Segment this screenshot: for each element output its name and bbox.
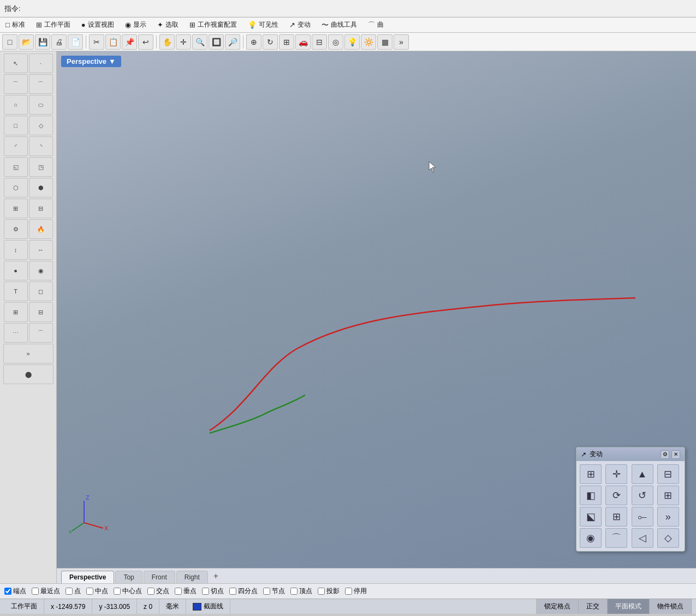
viewport-tab-right[interactable]: Right [176, 571, 208, 583]
left-toolbar-btn-surface1[interactable]: ◱ [4, 157, 28, 177]
viewport[interactable]: Perspective ▼ Z [57, 51, 696, 568]
left-toolbar-btn-dot-curve[interactable]: ⋯ [4, 323, 28, 343]
transform-close-btn[interactable]: ✕ [671, 450, 680, 459]
left-toolbar-btn-curve1[interactable]: ⌒ [4, 74, 28, 94]
toolbar-btn-undo[interactable]: ↩ [138, 34, 153, 50]
left-toolbar-btn-poly[interactable]: ◇ [29, 116, 53, 135]
left-toolbar-btn-more-tools[interactable]: » [3, 344, 53, 363]
snap-checkbox-disable[interactable] [345, 588, 352, 595]
toolbar-btn-car[interactable]: 🚗 [295, 34, 311, 50]
menu-item-viewport-config[interactable]: ⊞工作视窗配置 [184, 18, 242, 32]
snap-checkbox-midpoint[interactable] [86, 588, 93, 595]
menu-item-transform[interactable]: ↗变动 [284, 18, 316, 32]
left-toolbar-btn-select-arrow[interactable]: ↖ [4, 53, 28, 73]
menu-item-surface[interactable]: ⌒曲 [362, 18, 389, 32]
left-toolbar-btn-solid2[interactable]: ⬢ [29, 178, 53, 198]
transform-btn-move-all[interactable]: ⊞ [580, 464, 602, 484]
transform-btn-twist[interactable]: ⟜ [632, 507, 653, 527]
toolbar-btn-properties[interactable]: 📄 [68, 34, 83, 50]
snap-checkbox-endpoint[interactable] [4, 588, 11, 595]
menu-item-display[interactable]: ◉显示 [120, 18, 152, 32]
transform-btn-mirror[interactable]: ⬕ [580, 507, 602, 527]
toolbar-btn-print[interactable]: 🖨 [51, 34, 67, 50]
transform-settings-btn[interactable]: ⚙ [661, 450, 669, 459]
viewport-tab-front[interactable]: Front [144, 571, 175, 583]
left-toolbar-btn-gear[interactable]: ⚙ [4, 219, 28, 239]
left-toolbar-btn-brep2[interactable]: ⊟ [29, 199, 53, 218]
snap-checkbox-quarter[interactable] [229, 588, 236, 595]
toolbar-btn-move3d[interactable]: ✛ [176, 34, 191, 50]
toolbar-btn-light2[interactable]: 🔆 [361, 34, 376, 50]
toolbar-btn-rotate[interactable]: ↻ [263, 34, 278, 50]
toolbar-btn-copy[interactable]: 📋 [105, 34, 121, 50]
transform-btn-rotate-flat[interactable]: ↺ [632, 486, 653, 505]
menu-item-select[interactable]: ✦选取 [152, 18, 184, 32]
left-toolbar-btn-rect[interactable]: □ [4, 116, 28, 135]
menu-item-visibility[interactable]: 💡可见性 [242, 18, 284, 32]
left-toolbar-btn-curve3[interactable]: ⌒ [29, 323, 53, 343]
left-toolbar-btn-brep1[interactable]: ⊞ [4, 199, 28, 218]
snap-checkbox-intersect[interactable] [147, 588, 154, 595]
left-toolbar-btn-point[interactable]: · [29, 53, 53, 73]
left-toolbar-btn-dim2[interactable]: ↔ [29, 240, 53, 260]
toolbar-btn-zoom-in[interactable]: 🔍 [192, 34, 207, 50]
left-toolbar-btn-text[interactable]: T [4, 282, 28, 301]
transform-btn-flow[interactable]: ◉ [580, 528, 602, 548]
lock-grid-btn[interactable]: 锁定格点 [537, 599, 579, 614]
transform-btn-scale3d[interactable]: ⊞ [657, 486, 679, 505]
toolbar-btn-zoom-sel[interactable]: 🔎 [225, 34, 240, 50]
toolbar-btn-open[interactable]: 📂 [19, 34, 34, 50]
toolbar-btn-save[interactable]: 💾 [35, 34, 50, 50]
left-toolbar-btn-layout2[interactable]: ⊟ [29, 302, 53, 322]
snap-checkbox-node[interactable] [263, 588, 270, 595]
transform-btn-project[interactable]: ◇ [657, 528, 679, 548]
toolbar-btn-new[interactable]: □ [2, 34, 17, 50]
left-toolbar-btn-flame[interactable]: 🔥 [29, 219, 53, 239]
toolbar-btn-orbit[interactable]: ◎ [328, 34, 343, 50]
left-toolbar-btn-arc2[interactable]: ◝ [29, 136, 53, 156]
transform-btn-move-center[interactable]: ✛ [605, 464, 627, 484]
toolbar-btn-pan[interactable]: ✋ [159, 34, 175, 50]
viewport-tab-add[interactable]: + [209, 569, 223, 583]
transform-btn-distribute[interactable]: ⊟ [657, 464, 679, 484]
left-toolbar-btn-curve2[interactable]: ⌒ [29, 74, 53, 94]
left-toolbar-btn-arc1[interactable]: ◜ [4, 136, 28, 156]
snap-checkbox-project[interactable] [318, 588, 325, 595]
left-toolbar-btn-surface2[interactable]: ◳ [29, 157, 53, 177]
object-snap-btn[interactable]: 物件锁点 [650, 599, 692, 614]
menu-item-workplane[interactable]: ⊞工作平面 [31, 18, 76, 32]
toolbar-btn-more[interactable]: » [394, 34, 409, 50]
planar-btn[interactable]: 平面模式 [608, 599, 650, 614]
toolbar-btn-snap-grid[interactable]: ⊟ [312, 34, 327, 50]
left-toolbar-btn-dim1[interactable]: ↕ [4, 240, 28, 260]
snap-checkbox-point[interactable] [66, 588, 73, 595]
toolbar-btn-zoom-all[interactable]: ⊕ [246, 34, 261, 50]
toolbar-btn-light[interactable]: 💡 [344, 34, 360, 50]
transform-btn-bend[interactable]: ⌒ [605, 528, 627, 548]
toolbar-btn-render[interactable]: ▦ [377, 34, 392, 50]
command-input[interactable] [21, 4, 130, 13]
left-toolbar-btn-ellipse[interactable]: ⬭ [29, 95, 53, 115]
transform-btn-array[interactable]: ⊞ [605, 507, 627, 527]
snap-checkbox-center[interactable] [114, 588, 121, 595]
left-toolbar-btn-circle[interactable]: ○ [4, 95, 28, 115]
left-toolbar-btn-solid1[interactable]: ⬡ [4, 178, 28, 198]
viewport-tab-top[interactable]: Top [115, 571, 142, 583]
transform-btn-more[interactable]: » [657, 507, 679, 527]
left-toolbar-btn-group2[interactable]: ◉ [29, 261, 53, 280]
toolbar-btn-paste[interactable]: 📌 [122, 34, 137, 50]
snap-checkbox-vertex[interactable] [290, 588, 298, 595]
toolbar-btn-grid[interactable]: ⊞ [279, 34, 294, 50]
transform-btn-taper[interactable]: ◁ [632, 528, 653, 548]
snap-checkbox-tangent[interactable] [202, 588, 209, 595]
menu-item-standard[interactable]: □标准 [0, 18, 31, 32]
snap-checkbox-nearest[interactable] [32, 588, 39, 595]
left-toolbar-btn-sphere[interactable]: ⬤ [3, 364, 53, 384]
left-toolbar-btn-box[interactable]: ◻ [29, 282, 53, 301]
snap-checkbox-perp[interactable] [175, 588, 182, 595]
viewport-tab-perspective[interactable]: Perspective [61, 571, 114, 583]
transform-btn-move-up[interactable]: ▲ [632, 464, 653, 484]
transform-btn-rotate3d[interactable]: ⟳ [605, 486, 627, 505]
perspective-view-label[interactable]: Perspective ▼ [61, 56, 121, 67]
menu-item-setview[interactable]: ●设置视图 [76, 18, 120, 32]
